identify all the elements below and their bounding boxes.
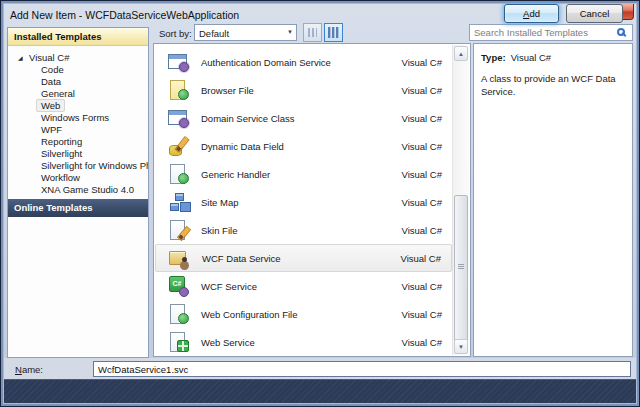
- template-list-item[interactable]: Domain Service Class Visual C#: [155, 104, 452, 132]
- sidebar-tree-item[interactable]: ◢Visual C#: [8, 52, 148, 64]
- database-pencil-icon: [167, 134, 191, 158]
- csharp-gear-icon: [167, 274, 191, 298]
- list-scrollbar[interactable]: ▲ ▼: [452, 45, 469, 355]
- template-list-item[interactable]: Web Service Visual C#: [155, 328, 452, 356]
- sidebar-tree-item[interactable]: General: [8, 88, 148, 100]
- small-icons-view-icon: [308, 28, 317, 37]
- template-language: Visual C#: [402, 113, 443, 124]
- cancel-button[interactable]: Cancel: [566, 4, 623, 23]
- cancel-button-label: Cancel: [580, 8, 610, 19]
- template-name: Authentication Domain Service: [201, 57, 402, 68]
- tree-item-label: Data: [41, 76, 61, 87]
- template-language: Visual C#: [402, 169, 443, 180]
- sidebar-tree-item[interactable]: Code: [8, 64, 148, 76]
- scroll-up-button[interactable]: ▲: [454, 46, 468, 61]
- template-language: Visual C#: [402, 141, 443, 152]
- site-map-icon: [167, 190, 191, 214]
- template-name: Generic Handler: [201, 169, 402, 180]
- sidebar-tree-item[interactable]: Workflow: [8, 172, 148, 184]
- tree-item-label: Reporting: [41, 136, 82, 147]
- template-language: Visual C#: [402, 57, 443, 68]
- template-name: Domain Service Class: [201, 113, 402, 124]
- search-input[interactable]: [474, 26, 612, 39]
- online-templates-header[interactable]: Online Templates: [8, 199, 148, 217]
- template-language: Visual C#: [402, 197, 443, 208]
- template-description: A class to provide an WCF Data Service.: [481, 72, 625, 98]
- sidebar-tree-item[interactable]: Reporting: [8, 136, 148, 148]
- template-list-item[interactable]: Authentication Domain Service Visual C#: [155, 48, 452, 76]
- window-gear-icon: [167, 106, 191, 130]
- sidebar-tree-item[interactable]: Windows Forms: [8, 112, 148, 124]
- arrow-down-icon: ▼: [458, 344, 464, 350]
- sort-by-dropdown[interactable]: Default ▼: [194, 24, 297, 41]
- template-language: Visual C#: [402, 281, 443, 292]
- web-service-icon: [167, 330, 191, 354]
- installed-templates-header[interactable]: Installed Templates: [8, 28, 148, 46]
- medium-icons-view-icon: [328, 27, 339, 38]
- search-box: [469, 24, 633, 41]
- tree-item-label: Workflow: [41, 172, 80, 183]
- installed-templates-tree: ◢Visual C# Code Data General Web: [8, 47, 148, 199]
- browser-file-icon: [167, 78, 191, 102]
- template-details-panel: Type:Visual C# A class to provide an WCF…: [473, 43, 633, 357]
- template-list-panel: Authentication Domain Service Visual C# …: [153, 43, 471, 357]
- scrollbar-thumb[interactable]: [454, 195, 468, 341]
- template-list-item[interactable]: Browser File Visual C#: [155, 76, 452, 104]
- template-list-item[interactable]: Generic Handler Visual C#: [155, 160, 452, 188]
- search-icon[interactable]: [617, 28, 625, 36]
- template-name: WCF Data Service: [202, 253, 401, 264]
- sort-by-value: Default: [199, 28, 229, 39]
- scroll-down-button[interactable]: ▼: [454, 339, 468, 354]
- template-list: Authentication Domain Service Visual C# …: [155, 48, 452, 356]
- template-name: Dynamic Data Field: [201, 141, 402, 152]
- template-list-item[interactable]: WCF Service Visual C#: [155, 272, 452, 300]
- add-button-label: Add: [505, 5, 558, 22]
- skin-file-icon: [167, 218, 191, 242]
- type-value: Visual C#: [511, 52, 552, 63]
- type-label: Type:: [481, 52, 506, 63]
- template-name: Web Service: [201, 337, 402, 348]
- globe-file-icon: [167, 162, 191, 186]
- name-label: Name:: [15, 364, 43, 375]
- sidebar-tree-item[interactable]: Data: [8, 76, 148, 88]
- template-name: Web Configuration File: [201, 309, 402, 320]
- sort-by-label: Sort by:: [159, 28, 192, 39]
- template-list-item[interactable]: Skin File Visual C#: [155, 216, 452, 244]
- tree-item-label: XNA Game Studio 4.0: [41, 184, 134, 195]
- template-name: Skin File: [201, 225, 402, 236]
- template-name: Site Map: [201, 197, 402, 208]
- template-list-item[interactable]: Dynamic Data Field Visual C#: [155, 132, 452, 160]
- small-icons-view-button[interactable]: [303, 23, 322, 42]
- tree-expander-icon[interactable]: ◢: [18, 52, 29, 64]
- template-list-item[interactable]: WCF Data Service Visual C#: [155, 244, 452, 272]
- template-language: Visual C#: [402, 309, 443, 320]
- arrow-up-icon: ▲: [458, 51, 464, 57]
- name-input[interactable]: [93, 361, 631, 377]
- template-name: WCF Service: [201, 281, 402, 292]
- add-button[interactable]: Add: [504, 4, 559, 23]
- template-language: Visual C#: [402, 225, 443, 236]
- tree-item-label: WPF: [41, 124, 62, 135]
- sidebar-tree-item[interactable]: Web: [8, 100, 148, 112]
- sidebar-tree-item[interactable]: Silverlight for Windows Phone: [8, 160, 148, 172]
- template-name: Browser File: [201, 85, 402, 96]
- sidebar-tree-item[interactable]: Silverlight: [8, 148, 148, 160]
- template-list-item[interactable]: Web Configuration File Visual C#: [155, 300, 452, 328]
- template-language: Visual C#: [401, 253, 442, 264]
- add-new-item-dialog: Add New Item - WCFDataServiceWebApplicat…: [0, 0, 640, 407]
- sidebar-tree-item[interactable]: WPF: [8, 124, 148, 136]
- template-type-line: Type:Visual C#: [481, 52, 625, 63]
- sidebar-tree-item[interactable]: XNA Game Studio 4.0: [8, 184, 148, 196]
- tree-item-label: Windows Forms: [41, 112, 109, 123]
- globe-file-icon: [167, 302, 191, 326]
- tree-item-label: Code: [41, 64, 64, 75]
- tree-item-label: Silverlight for Windows Phone: [41, 160, 148, 171]
- template-list-item[interactable]: Site Map Visual C#: [155, 188, 452, 216]
- template-language: Visual C#: [402, 85, 443, 96]
- medium-icons-view-button[interactable]: [324, 23, 343, 42]
- tree-item-label: General: [41, 88, 75, 99]
- window-gear-icon: [167, 50, 191, 74]
- templates-sidebar: Installed Templates ◢Visual C# Code Data…: [7, 27, 149, 358]
- tree-item-label: Web: [36, 99, 65, 112]
- template-language: Visual C#: [402, 337, 443, 348]
